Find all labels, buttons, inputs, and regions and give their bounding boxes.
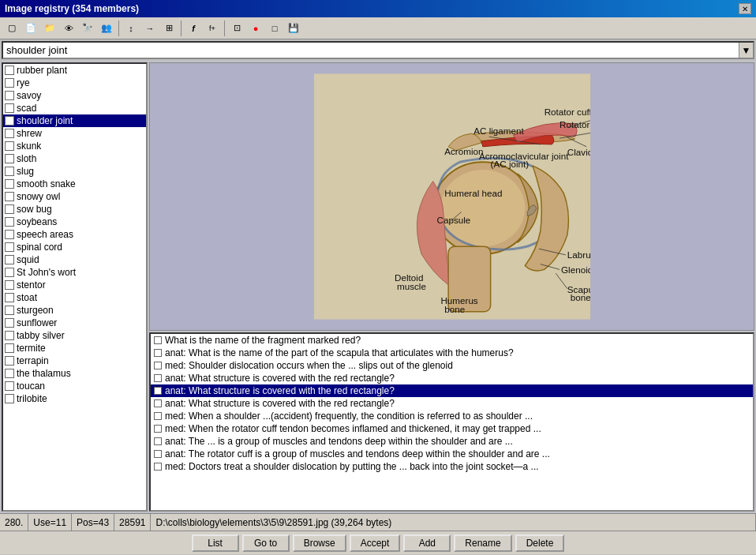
result-item[interactable]: med: When the rotator cuff tendon become… xyxy=(151,422,753,435)
red-circle-icon[interactable]: ● xyxy=(247,20,264,37)
result-item-checkbox[interactable] xyxy=(154,399,162,407)
list-item-checkbox[interactable] xyxy=(5,116,14,126)
list-item[interactable]: terrapin xyxy=(3,354,146,367)
list-item-checkbox[interactable] xyxy=(5,129,14,138)
result-item[interactable]: anat: The ... is a group of muscles and … xyxy=(151,435,753,448)
search-dropdown-button[interactable]: ▼ xyxy=(739,43,753,58)
list-item-checkbox[interactable] xyxy=(5,192,14,201)
list-item[interactable]: sunflower xyxy=(3,317,146,329)
list-item-checkbox[interactable] xyxy=(5,255,14,264)
goto-button[interactable]: Go to xyxy=(242,534,290,552)
list-item[interactable]: trilobite xyxy=(3,392,146,405)
list-item[interactable]: the thalamus xyxy=(3,367,146,380)
list-item[interactable]: tabby silver xyxy=(3,329,146,342)
save-icon[interactable]: 💾 xyxy=(285,20,302,37)
arrow-right-icon[interactable]: → xyxy=(141,20,159,37)
select-icon[interactable]: ▢ xyxy=(3,20,21,37)
list-item-checkbox[interactable] xyxy=(5,103,14,113)
list-item-checkbox[interactable] xyxy=(5,381,14,391)
list-item-checkbox[interactable] xyxy=(5,318,14,328)
list-item[interactable]: shoulder joint xyxy=(3,114,146,127)
square-outline-icon[interactable]: □ xyxy=(266,20,283,37)
list-item-checkbox[interactable] xyxy=(5,293,14,302)
list-item-checkbox[interactable] xyxy=(5,369,14,378)
result-item[interactable]: med: Shoulder dislocation occurs when th… xyxy=(151,359,753,372)
list-item-checkbox[interactable] xyxy=(5,230,14,239)
result-item[interactable]: anat: What structure is covered with the… xyxy=(151,384,753,397)
list-item[interactable]: sloth xyxy=(3,152,146,165)
result-item-checkbox[interactable] xyxy=(154,362,162,369)
list-item-checkbox[interactable] xyxy=(5,242,14,252)
list-item[interactable]: rye xyxy=(3,77,146,89)
result-item-checkbox[interactable] xyxy=(154,374,162,382)
result-item[interactable]: med: When a shoulder ...(accident) frequ… xyxy=(151,410,753,422)
list-item[interactable]: toucan xyxy=(3,380,146,392)
list-button[interactable]: List xyxy=(192,534,239,552)
list-item[interactable]: squid xyxy=(3,253,146,266)
list-item[interactable]: spinal cord xyxy=(3,241,146,253)
result-item[interactable]: What is the name of the fragment marked … xyxy=(151,334,753,347)
list-item-checkbox[interactable] xyxy=(5,179,14,189)
list-item[interactable]: sow bug xyxy=(3,203,146,216)
list-item[interactable]: stentor xyxy=(3,279,146,291)
text-icon[interactable]: f xyxy=(185,20,202,37)
eye-icon[interactable]: 👁 xyxy=(60,20,77,37)
list-item-checkbox[interactable] xyxy=(5,167,14,176)
list-item-checkbox[interactable] xyxy=(5,343,14,353)
list-item-checkbox[interactable] xyxy=(5,66,14,75)
move-icon[interactable]: ↕ xyxy=(122,20,140,37)
people-icon[interactable]: 👥 xyxy=(98,20,115,37)
result-item-checkbox[interactable] xyxy=(154,412,162,420)
result-item[interactable]: anat: What structure is covered with the… xyxy=(151,397,753,410)
list-item-checkbox[interactable] xyxy=(5,217,14,227)
list-item[interactable]: rubber plant xyxy=(3,64,146,77)
list-item-checkbox[interactable] xyxy=(5,306,14,315)
list-item[interactable]: St John's wort xyxy=(3,266,146,279)
new-icon[interactable]: 📄 xyxy=(22,20,39,37)
list-item[interactable]: snowy owl xyxy=(3,190,146,203)
list-item-checkbox[interactable] xyxy=(5,356,14,366)
list-item[interactable]: smooth snake xyxy=(3,178,146,190)
list-item-checkbox[interactable] xyxy=(5,91,14,100)
grid-icon[interactable]: ⊞ xyxy=(160,20,178,37)
list-item[interactable]: slug xyxy=(3,165,146,178)
list-item-checkbox[interactable] xyxy=(5,78,14,88)
delete-button[interactable]: Delete xyxy=(515,534,565,552)
result-item-checkbox[interactable] xyxy=(154,450,162,458)
list-item[interactable]: savoy xyxy=(3,89,146,102)
result-item[interactable]: anat: What is the name of the part of th… xyxy=(151,347,753,359)
text2-icon[interactable]: f+ xyxy=(204,20,221,37)
list-item[interactable]: termite xyxy=(3,342,146,354)
list-item-checkbox[interactable] xyxy=(5,268,14,277)
list-item[interactable]: shrew xyxy=(3,127,146,140)
browse-button[interactable]: Browse xyxy=(293,534,346,552)
accept-button[interactable]: Accept xyxy=(350,534,401,552)
search-input[interactable] xyxy=(3,43,739,58)
item-list[interactable]: rubber plantryesavoyscadshoulder jointsh… xyxy=(2,62,148,512)
list-item[interactable]: soybeans xyxy=(3,216,146,228)
result-item-checkbox[interactable] xyxy=(154,387,162,395)
result-item[interactable]: med: Doctors treat a shoulder dislocatio… xyxy=(151,460,753,473)
capture-icon[interactable]: ⊡ xyxy=(228,20,245,37)
result-item[interactable]: anat: What structure is covered with the… xyxy=(151,372,753,384)
result-item[interactable]: anat: The rotator cuff is a group of mus… xyxy=(151,448,753,460)
result-item-checkbox[interactable] xyxy=(154,349,162,357)
list-item[interactable]: skunk xyxy=(3,140,146,152)
result-item-checkbox[interactable] xyxy=(154,336,162,344)
list-item-checkbox[interactable] xyxy=(5,204,14,214)
result-item-checkbox[interactable] xyxy=(154,437,162,445)
add-button[interactable]: Add xyxy=(403,534,451,552)
close-button[interactable]: ✕ xyxy=(739,3,751,14)
list-item-checkbox[interactable] xyxy=(5,331,14,340)
list-item-checkbox[interactable] xyxy=(5,154,14,163)
result-item-checkbox[interactable] xyxy=(154,463,162,471)
list-item[interactable]: stoat xyxy=(3,291,146,304)
rename-button[interactable]: Rename xyxy=(454,534,511,552)
result-item-checkbox[interactable] xyxy=(154,425,162,433)
binoculars-icon[interactable]: 🔭 xyxy=(79,20,96,37)
results-panel[interactable]: What is the name of the fragment marked … xyxy=(149,332,754,512)
list-item-checkbox[interactable] xyxy=(5,280,14,290)
list-item-checkbox[interactable] xyxy=(5,141,14,151)
list-item[interactable]: sturgeon xyxy=(3,304,146,317)
list-item[interactable]: speech areas xyxy=(3,228,146,241)
